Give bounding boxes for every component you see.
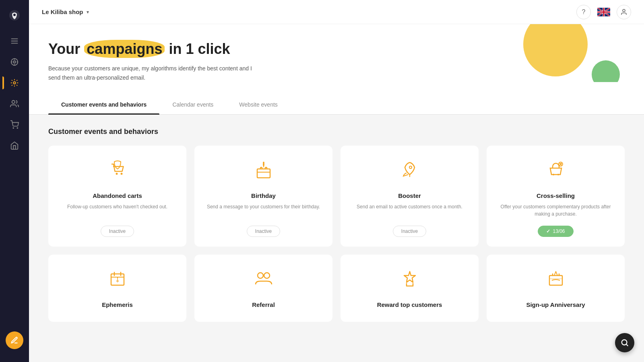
sidebar-item-users[interactable] (6, 95, 23, 113)
birthday-desc: Send a message to your customers for the… (207, 203, 320, 218)
content-area: Customer events and behaviors Abandoned … (29, 115, 644, 362)
card-ephemeris[interactable]: Ephemeris (48, 255, 186, 322)
section-title: Customer events and behaviors (48, 128, 625, 136)
hero-section: Your campaigns in 1 click Because your c… (29, 24, 644, 82)
hero-subtitle: Because your customers are unique, my al… (48, 64, 258, 82)
booster-badge[interactable]: Inactive (393, 226, 426, 237)
signup-anniversary-icon (545, 267, 567, 293)
svg-point-12 (623, 9, 625, 12)
svg-point-17 (409, 166, 412, 169)
topbar-right: ? (576, 5, 631, 19)
sidebar-item-store[interactable] (6, 137, 23, 154)
question-icon: ? (582, 8, 586, 16)
svg-point-14 (120, 173, 122, 175)
tab-customer-events[interactable]: Customer events and behaviors (48, 95, 159, 114)
hero-title-highlight: campaigns (84, 40, 165, 58)
hero-decoration-small-circle (592, 60, 620, 82)
sidebar-item-palette[interactable] (6, 53, 23, 71)
svg-point-22 (258, 273, 263, 278)
svg-point-7 (13, 82, 16, 84)
main-content: Le Kiliba shop ▾ ? (29, 0, 644, 362)
svg-rect-15 (257, 169, 270, 178)
shop-name: Le Kiliba shop (42, 8, 83, 15)
sidebar-item-cart[interactable] (6, 116, 23, 134)
svg-point-6 (13, 61, 16, 63)
ephemeris-icon (106, 267, 129, 293)
svg-point-9 (13, 128, 14, 128)
cross-selling-title: Cross-selling (537, 192, 575, 199)
birthday-badge[interactable]: Inactive (247, 226, 280, 237)
card-booster[interactable]: Booster Send an email to active customer… (341, 146, 479, 247)
shop-dropdown-icon[interactable]: ▾ (87, 9, 89, 15)
birthday-title: Birthday (251, 192, 276, 199)
tab-website-events[interactable]: Website events (226, 95, 290, 114)
app-logo[interactable] (6, 6, 23, 24)
card-cross-selling[interactable]: Cross-selling Offer your customers compl… (487, 146, 625, 247)
card-signup-anniversary[interactable]: Sign-up Anniversary (487, 255, 625, 322)
abandoned-carts-title: Abandoned carts (93, 192, 142, 199)
svg-point-25 (622, 340, 627, 345)
topbar-left: Le Kiliba shop ▾ (42, 8, 89, 15)
booster-title: Booster (398, 192, 421, 199)
help-button[interactable]: ? (576, 5, 591, 19)
hero-title-part2: in 1 click (165, 41, 230, 57)
svg-line-26 (626, 344, 628, 346)
tab-calendar-events[interactable]: Calendar events (159, 95, 226, 114)
svg-point-1 (13, 14, 16, 16)
cross-selling-desc: Offer your customers complementary produ… (496, 203, 615, 218)
hero-title-part1: Your (48, 41, 84, 57)
cards-row-2: Ephemeris Referral (48, 255, 625, 322)
abandoned-carts-badge[interactable]: Inactive (101, 226, 134, 237)
card-birthday[interactable]: Birthday Send a message to your customer… (194, 146, 332, 247)
user-avatar[interactable] (617, 5, 631, 19)
referral-icon (252, 267, 275, 293)
svg-point-16 (263, 162, 264, 163)
reward-top-customers-title: Reward top customers (377, 301, 442, 308)
svg-point-13 (116, 173, 118, 175)
svg-point-19 (557, 174, 559, 175)
ephemeris-title: Ephemeris (102, 301, 133, 308)
abandoned-carts-desc: Follow-up customers who haven't checked … (67, 203, 167, 218)
card-referral[interactable]: Referral (194, 255, 332, 322)
sidebar (0, 0, 29, 362)
svg-point-18 (553, 174, 554, 175)
language-selector[interactable] (597, 8, 610, 16)
svg-point-10 (17, 128, 18, 128)
birthday-icon (252, 158, 275, 184)
booster-desc: Send an email to active customers once a… (357, 203, 462, 218)
chat-button[interactable] (6, 331, 23, 349)
sidebar-item-settings[interactable] (6, 74, 23, 92)
booster-icon (398, 158, 421, 184)
card-reward-top-customers[interactable]: Reward top customers (341, 255, 479, 322)
reward-icon (398, 267, 421, 293)
cross-selling-badge[interactable]: 13/06 (538, 226, 573, 237)
referral-title: Referral (252, 301, 275, 308)
cross-selling-icon (545, 158, 567, 184)
topbar: Le Kiliba shop ▾ ? (29, 0, 644, 24)
abandoned-carts-icon (106, 158, 129, 184)
svg-rect-24 (549, 276, 562, 285)
sidebar-item-list[interactable] (6, 32, 23, 50)
cards-row-1: Abandoned carts Follow-up customers who … (48, 146, 625, 247)
card-abandoned-carts[interactable]: Abandoned carts Follow-up customers who … (48, 146, 186, 247)
sidebar-bottom (6, 331, 23, 356)
tabs-bar: Customer events and behaviors Calendar e… (29, 95, 644, 115)
svg-point-23 (264, 273, 270, 278)
hero-decoration-large-circle (523, 24, 588, 76)
signup-anniversary-title: Sign-up Anniversary (526, 301, 585, 308)
search-floating-button[interactable] (615, 333, 634, 352)
svg-point-8 (12, 101, 15, 103)
